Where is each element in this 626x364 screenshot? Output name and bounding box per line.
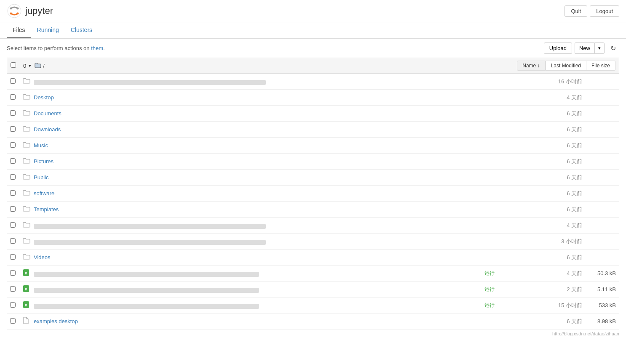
tab-running[interactable]: Running xyxy=(31,22,65,38)
row-checkbox-wrapper xyxy=(10,110,23,117)
svg-point-0 xyxy=(8,4,21,18)
row-checkbox[interactable] xyxy=(10,206,16,212)
file-modified: 2 天前 xyxy=(498,286,582,293)
file-name[interactable]: hidden xyxy=(34,272,259,277)
table-row: hidden4 天前 xyxy=(7,218,619,234)
file-name[interactable]: examples.desktop xyxy=(34,318,266,324)
row-checkbox-wrapper xyxy=(10,206,23,213)
file-modified: 6 天前 xyxy=(498,190,582,197)
footer-url: http://blog.csdn.net/datao/zihuan xyxy=(552,331,619,336)
file-size: 8.98 kB xyxy=(582,318,616,324)
file-icon xyxy=(23,317,32,326)
row-checkbox[interactable] xyxy=(10,254,16,260)
row-checkbox[interactable] xyxy=(10,142,16,148)
row-checkbox[interactable] xyxy=(10,238,16,244)
svg-text:n: n xyxy=(25,271,27,275)
svg-point-2 xyxy=(17,8,19,10)
select-all-checkbox-wrapper xyxy=(11,62,23,69)
row-checkbox[interactable] xyxy=(10,302,16,308)
quit-button[interactable]: Quit xyxy=(564,5,587,17)
svg-text:n: n xyxy=(25,303,27,307)
name-sort-button[interactable]: Name ↓ xyxy=(517,61,545,71)
refresh-button[interactable]: ↻ xyxy=(607,42,619,54)
file-modified: 6 天前 xyxy=(498,126,582,133)
row-checkbox[interactable] xyxy=(10,174,16,180)
select-all-checkbox[interactable] xyxy=(11,62,16,68)
header: jupyter Quit Logout xyxy=(0,0,626,22)
row-checkbox[interactable] xyxy=(10,94,16,100)
tab-files[interactable]: Files xyxy=(7,22,31,38)
file-name[interactable]: hidden xyxy=(34,224,266,229)
folder-icon xyxy=(23,77,32,85)
file-name[interactable]: Documents xyxy=(34,110,266,117)
row-checkbox-wrapper xyxy=(10,270,23,277)
svg-point-4 xyxy=(17,13,19,15)
file-name[interactable]: hidden xyxy=(34,80,266,85)
file-name[interactable]: Templates xyxy=(34,206,266,213)
file-name[interactable]: hidden xyxy=(34,304,259,309)
upload-button[interactable]: Upload xyxy=(544,43,572,54)
file-modified: 16 小时前 xyxy=(498,78,582,85)
row-checkbox[interactable] xyxy=(10,78,16,84)
dropdown-icon[interactable]: ▾ xyxy=(29,63,31,69)
table-row: Music6 天前 xyxy=(7,138,619,154)
row-checkbox-wrapper xyxy=(10,222,23,229)
toolbar-right: Upload New ▾ ↻ xyxy=(544,42,619,54)
row-checkbox[interactable] xyxy=(10,286,16,292)
svg-text:n: n xyxy=(25,287,27,291)
notebook-icon: n xyxy=(23,285,32,294)
row-checkbox-wrapper xyxy=(10,158,23,165)
row-checkbox-wrapper xyxy=(10,94,23,101)
breadcrumb-path: / xyxy=(43,63,517,69)
file-modified: 15 小时前 xyxy=(498,302,582,309)
table-row: n hidden运行15 小时前533 kB xyxy=(7,298,619,314)
file-name[interactable]: hidden xyxy=(34,288,259,293)
file-size: 533 kB xyxy=(582,302,616,308)
logout-button[interactable]: Logout xyxy=(590,5,619,17)
file-modified: 4 天前 xyxy=(498,270,582,277)
toolbar-them-link[interactable]: them xyxy=(91,45,103,51)
size-sort-button[interactable]: File size xyxy=(586,61,615,71)
file-name[interactable]: Music xyxy=(34,142,266,149)
file-name[interactable]: Public xyxy=(34,174,266,181)
file-modified: 6 天前 xyxy=(498,142,582,149)
table-row: examples.desktop6 天前8.98 kB xyxy=(7,314,619,329)
file-name[interactable]: software xyxy=(34,190,266,197)
file-modified: 3 小时前 xyxy=(498,238,582,245)
file-size: 50.3 kB xyxy=(582,270,616,276)
file-name[interactable]: Videos xyxy=(34,254,266,260)
file-name[interactable]: hidden xyxy=(34,240,266,245)
running-badge: 运行 xyxy=(484,302,495,309)
row-checkbox[interactable] xyxy=(10,126,16,132)
row-checkbox-wrapper xyxy=(10,286,23,293)
file-name[interactable]: Pictures xyxy=(34,158,266,165)
table-row: n hidden运行2 天前5.11 kB xyxy=(7,282,619,298)
file-name[interactable]: Desktop xyxy=(34,94,266,101)
folder-icon xyxy=(23,125,32,133)
new-button[interactable]: New xyxy=(575,43,594,54)
folder-icon xyxy=(23,221,32,229)
tab-clusters[interactable]: Clusters xyxy=(65,22,98,38)
folder-icon xyxy=(23,141,32,149)
file-name[interactable]: Downloads xyxy=(34,126,266,133)
row-checkbox[interactable] xyxy=(10,158,16,164)
running-badge: 运行 xyxy=(484,270,495,277)
row-checkbox[interactable] xyxy=(10,222,16,228)
notebook-icon: n xyxy=(23,269,32,278)
row-checkbox[interactable] xyxy=(10,270,16,276)
page-footer: http://blog.csdn.net/datao/zihuan xyxy=(0,329,626,338)
file-modified: 4 天前 xyxy=(498,222,582,229)
folder-icon xyxy=(23,173,32,181)
row-checkbox[interactable] xyxy=(10,110,16,116)
folder-icon xyxy=(23,93,32,101)
new-button-group: New ▾ xyxy=(575,43,605,54)
header-buttons: Quit Logout xyxy=(564,5,619,17)
row-checkbox[interactable] xyxy=(10,190,16,196)
notebook-icon: n xyxy=(23,301,32,310)
file-modified: 4 天前 xyxy=(498,94,582,101)
row-checkbox[interactable] xyxy=(10,318,16,324)
new-button-dropdown[interactable]: ▾ xyxy=(594,43,605,54)
modified-sort-button[interactable]: Last Modified xyxy=(546,61,586,71)
file-list-container: 0 ▾ / Name ↓ Last Modified File size hid… xyxy=(0,58,626,329)
row-checkbox-wrapper xyxy=(10,318,23,325)
